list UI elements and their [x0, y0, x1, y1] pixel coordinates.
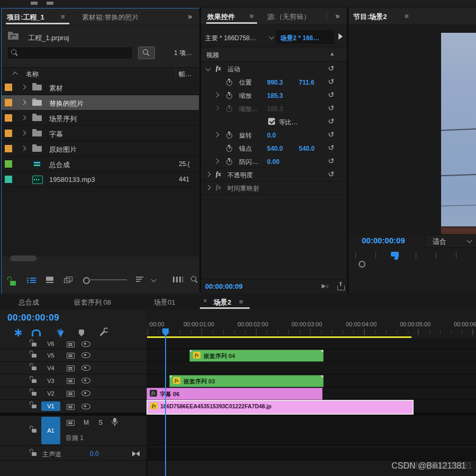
track-output-icon[interactable]: [81, 352, 90, 358]
reset-icon[interactable]: ↺: [328, 170, 334, 178]
pan-icon[interactable]: [132, 451, 136, 456]
track-lock-icon[interactable]: [32, 354, 36, 358]
clip-image-selected[interactable]: fx 166D7586EEA453515393C01222FA7D48.jp: [147, 400, 414, 415]
solo-button[interactable]: S: [98, 419, 103, 426]
clip-nested-sequence-04[interactable]: fx 嵌套序列 04: [189, 350, 324, 362]
label-color-chip[interactable]: [5, 130, 12, 137]
sync-lock-icon[interactable]: [67, 353, 75, 359]
effects-timecode[interactable]: 00:00:00:09: [205, 282, 243, 290]
panel-menu-icon[interactable]: ≡: [250, 12, 254, 20]
linked-selection-icon[interactable]: [58, 329, 66, 337]
panel-menu-icon[interactable]: ≡: [405, 12, 409, 20]
panel-overflow-icon[interactable]: »: [335, 11, 340, 20]
export-frame-icon[interactable]: [337, 286, 345, 290]
track-lock-icon[interactable]: [32, 379, 36, 383]
fit-dropdown[interactable]: 适合: [425, 234, 476, 248]
track-lock-icon[interactable]: [32, 392, 36, 396]
antiflicker-value[interactable]: 0.00: [267, 158, 279, 166]
list-item-folder-selected[interactable]: 替换的照片: [2, 95, 199, 111]
reset-icon[interactable]: ↺: [328, 131, 334, 138]
sort-ascending-icon[interactable]: [13, 72, 18, 77]
track-lock-icon[interactable]: [32, 343, 36, 346]
timeline-ruler[interactable]: :00:00 00:00:01:00 00:00:02:00 00:00:03:…: [147, 309, 476, 338]
tab-sequence-1[interactable]: 总合成: [19, 298, 39, 307]
anchor-y-value[interactable]: 540.0: [299, 145, 315, 152]
tab-sequence-3[interactable]: 场景01: [154, 298, 175, 307]
tab-source-monitor[interactable]: 源:（无剪辑）: [267, 12, 310, 22]
clip-subtitle-06[interactable]: fx 字幕 06: [147, 388, 323, 400]
stopwatch-icon[interactable]: [226, 146, 232, 152]
reset-icon[interactable]: ↺: [328, 78, 334, 85]
track-v4-content[interactable]: [147, 362, 476, 374]
effect-row-position[interactable]: 位置 990.3 711.6 ↺: [201, 76, 347, 89]
tab-bin[interactable]: 素材箱:替换的照片: [82, 13, 139, 22]
program-zoom-handle[interactable]: [359, 261, 365, 268]
tab-project[interactable]: 项目:工程_1: [7, 13, 44, 22]
track-lock-icon[interactable]: [32, 367, 36, 370]
breadcrumb[interactable]: 工程_1.prproj: [28, 33, 69, 43]
clip-nested-sequence-03[interactable]: fx 嵌套序列 03: [169, 375, 324, 387]
label-color-chip[interactable]: [5, 114, 12, 122]
sort-chevron-icon[interactable]: [151, 277, 157, 282]
column-divider[interactable]: [176, 68, 176, 79]
effect-row-motion[interactable]: fx 运动 ↺: [201, 62, 347, 76]
sequence-clip-label[interactable]: 场景2 * 166…: [280, 34, 319, 43]
track-target-a1[interactable]: A1: [41, 417, 60, 444]
stopwatch-icon[interactable]: [226, 93, 232, 99]
panel-menu-icon[interactable]: ≡: [239, 298, 243, 306]
master-gain-value[interactable]: 0.0: [90, 450, 99, 457]
panel-overflow-icon[interactable]: »: [188, 12, 192, 21]
track-target-v6[interactable]: V6: [41, 339, 60, 349]
track-output-icon[interactable]: [81, 378, 90, 383]
horizontal-scrollbar[interactable]: [10, 255, 36, 261]
label-color-chip[interactable]: [5, 99, 12, 106]
sync-lock-icon[interactable]: [67, 391, 75, 397]
play-audio-icon[interactable]: ▶♪: [322, 282, 329, 289]
icon-view-button[interactable]: [46, 277, 53, 281]
workspace-icon[interactable]: [47, 2, 53, 5]
track-output-icon[interactable]: [81, 404, 90, 409]
reset-icon[interactable]: ↺: [328, 91, 334, 98]
program-timecode[interactable]: 00:00:00:09: [362, 236, 405, 245]
video-section-header[interactable]: 视频 ▲: [201, 49, 347, 62]
zoom-slider-track[interactable]: [89, 279, 127, 280]
sync-lock-icon[interactable]: [67, 404, 75, 410]
nest-toggle-icon[interactable]: [17, 329, 19, 336]
label-color-chip[interactable]: [5, 145, 12, 152]
navigate-up-icon[interactable]: [8, 33, 19, 40]
list-view-button[interactable]: [30, 278, 36, 279]
position-x-value[interactable]: 990.3: [267, 79, 283, 86]
next-clip-icon[interactable]: [338, 33, 343, 40]
track-target-v1[interactable]: V1: [41, 401, 60, 411]
timeline-timecode[interactable]: 00:00:00:09: [7, 313, 59, 323]
effect-row-scale[interactable]: 缩放 185.3 ↺: [201, 89, 347, 102]
effect-row-time-remap[interactable]: fx 时间重映射: [201, 181, 347, 195]
expand-chevron-icon[interactable]: [21, 100, 26, 105]
expand-chevron-icon[interactable]: [21, 131, 26, 136]
expand-chevron-icon[interactable]: [206, 185, 211, 190]
tab-effect-controls[interactable]: 效果控件: [207, 12, 235, 22]
list-item-audio[interactable]: 19580133.mp3 441: [2, 172, 199, 187]
expand-chevron-icon[interactable]: [214, 159, 219, 164]
scale-value[interactable]: 185.3: [267, 92, 283, 99]
zoom-slider-knob[interactable]: [83, 277, 90, 284]
reset-icon[interactable]: ↺: [328, 157, 334, 164]
project-writable-icon[interactable]: [10, 281, 16, 286]
anchor-x-value[interactable]: 540.0: [267, 145, 283, 152]
track-lock-icon[interactable]: [32, 452, 36, 456]
track-v6-content[interactable]: [147, 338, 476, 349]
stopwatch-icon[interactable]: [226, 80, 232, 86]
timeline-playhead-line[interactable]: [165, 336, 166, 476]
expand-chevron-icon[interactable]: [21, 146, 26, 151]
track-target-v5[interactable]: V5: [41, 351, 60, 360]
reset-icon[interactable]: ↺: [328, 117, 334, 125]
program-playhead[interactable]: [391, 252, 399, 257]
workspace-icon[interactable]: [31, 2, 38, 5]
find-icon[interactable]: [191, 276, 196, 281]
stopwatch-icon[interactable]: [226, 133, 232, 139]
sync-lock-icon[interactable]: [67, 420, 75, 426]
track-target-v4[interactable]: V4: [41, 363, 60, 373]
sort-icon[interactable]: [136, 277, 143, 278]
tab-sequence-2[interactable]: 嵌套序列 08: [74, 298, 111, 307]
sync-lock-icon[interactable]: [67, 378, 75, 384]
